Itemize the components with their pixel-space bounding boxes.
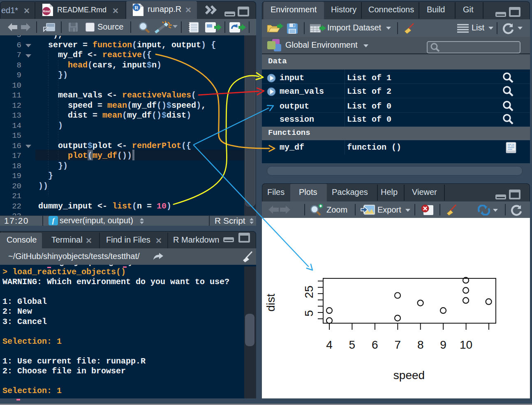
svg-text:6: 6: [372, 338, 378, 351]
svg-text:5: 5: [349, 338, 356, 351]
svg-text:7: 7: [395, 338, 401, 351]
svg-text:10: 10: [460, 338, 472, 351]
svg-text:8: 8: [417, 338, 424, 351]
svg-text:25: 25: [303, 285, 315, 298]
svg-text:4: 4: [326, 338, 333, 351]
svg-text:dist: dist: [264, 294, 277, 312]
svg-text:Rmd: Rmd: [43, 9, 50, 13]
svg-text:R: R: [134, 5, 139, 11]
svg-text:speed: speed: [393, 369, 425, 382]
svg-text:5: 5: [303, 310, 315, 317]
svg-text:9: 9: [440, 338, 446, 351]
